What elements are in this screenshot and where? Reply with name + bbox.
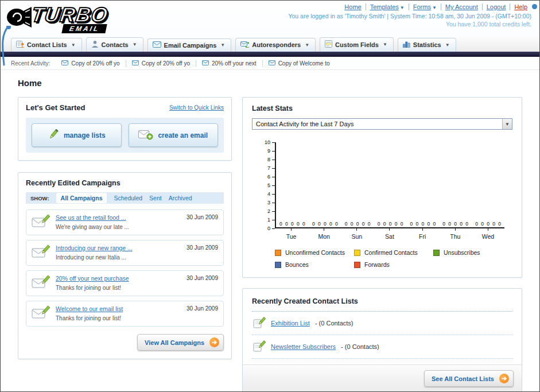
chart-category-group: 00000 <box>374 222 407 228</box>
chart-y-tick: 4 <box>267 191 275 197</box>
credits-text: You have 1,000 total credits left. <box>288 21 531 28</box>
chevron-down-icon: ▼ <box>445 42 450 48</box>
header-link-templates[interactable]: Templates▼ <box>366 3 409 10</box>
see-all-contact-lists-button[interactable]: See All Contact Lists ➔ <box>424 370 514 387</box>
chart-legend: Unconfirmed ContactsConfirmed ContactsUn… <box>275 249 512 268</box>
chart-y-tick: 1 <box>267 217 275 223</box>
logo-wordmark: TURBO <box>30 3 110 27</box>
campaign-title-link[interactable]: Introducing our new range ... <box>56 244 181 251</box>
recent-activity-item[interactable]: Copy of 20% off yo <box>56 60 125 67</box>
header: TURBO EMAIL Home Templates▼ Forms▼ My Ac… <box>1 1 539 36</box>
contact-list-count: - (0 Contacts) <box>315 320 353 327</box>
page-title: Home <box>18 78 522 88</box>
chart-category-group: 00000 <box>309 222 341 228</box>
nav-tab-contact-lists[interactable]: Contact Lists ▼ <box>11 38 82 52</box>
main-content: Home Let's Get Started Switch to Quick L… <box>1 70 539 392</box>
header-right: Home Templates▼ Forms▼ My Account Logout… <box>288 3 531 28</box>
legend-swatch <box>275 262 281 268</box>
campaign-list-item: Introducing our new range ... Introducin… <box>26 240 224 266</box>
campaign-title-link[interactable]: See us at the retail food ... <box>56 214 181 221</box>
legend-item: Bounces <box>275 261 354 268</box>
envelope-pencil-icon <box>32 274 50 292</box>
campaign-subtitle: We're giving away our late ... <box>56 224 129 230</box>
contact-lists-footer: See All Contact Lists ➔ <box>243 364 522 392</box>
header-link-my-account[interactable]: My Account <box>441 3 482 10</box>
header-link-forms[interactable]: Forms▼ <box>409 3 441 10</box>
campaign-title-link[interactable]: Welcome to our email list <box>56 305 181 312</box>
contact-list-count: - (0 Contacts) <box>341 343 379 350</box>
contact-lists-icon <box>16 41 24 49</box>
chart-y-tick: 5 <box>267 183 275 188</box>
recent-activity-label: Recent Activity: <box>11 60 50 67</box>
contact-list-link[interactable]: Newsletter Subscribers <box>271 343 336 350</box>
campaign-subtitle: Introducing our new Italia ... <box>56 254 126 261</box>
chart-x-label: Sun <box>340 228 373 240</box>
chevron-down-icon: ▼ <box>432 5 437 10</box>
pencil-note-icon <box>253 340 266 353</box>
campaign-subtitle: Thanks for joining our list! <box>56 285 121 291</box>
filter-scheduled[interactable]: Scheduled <box>114 195 142 201</box>
legend-swatch <box>354 250 360 256</box>
chevron-down-icon: ▼ <box>502 119 512 129</box>
envelope-plus-icon <box>138 129 153 142</box>
chart-x-label: Thu <box>439 228 472 240</box>
chart-category-group: 00000 <box>341 222 374 228</box>
manage-lists-button[interactable]: manage lists <box>32 123 122 147</box>
campaign-date: 30 Jun 2009 <box>187 305 218 312</box>
chart-category-group: 00000 <box>439 222 472 228</box>
pencil-note-icon <box>253 317 266 329</box>
create-an-email-button[interactable]: create an email <box>129 123 219 147</box>
chart-category-group: 00000 <box>406 222 439 228</box>
envelope-icon <box>61 60 68 67</box>
legend-swatch <box>275 250 281 256</box>
recent-campaigns-title: Recently Edited Campaigns <box>26 179 224 187</box>
legend-item: Unsubscribes <box>433 249 512 256</box>
campaign-list-item: Welcome to our email list Thanks for joi… <box>26 301 224 327</box>
view-all-campaigns-button[interactable]: View All Campaigns ➔ <box>137 334 224 351</box>
legend-item: Unconfirmed Contacts <box>275 249 354 256</box>
chart-y-axis: 109876543210 <box>257 142 275 228</box>
legend-swatch <box>354 262 360 268</box>
campaign-title-link[interactable]: 20% off your next purchase <box>56 275 181 282</box>
chart-x-label: Tue <box>275 228 308 240</box>
recent-activity-item[interactable]: 20% off your next <box>196 60 262 67</box>
nav-tab-autoresponders[interactable]: Autoresponders ▼ <box>235 38 316 52</box>
contact-list-item: Exhibition List - (0 Contacts) <box>252 312 512 335</box>
recent-activity-item[interactable]: Copy of 20% off yo <box>126 60 196 67</box>
recent-contact-lists-panel: Recently Created Contact Lists Exhibitio… <box>242 288 522 392</box>
campaign-list: See us at the retail food ... We're givi… <box>26 209 224 327</box>
stats-period-select[interactable]: Contact Activity for the Last 7 Days ▼ <box>252 118 512 130</box>
contact-list-link[interactable]: Exhibition List <box>271 320 310 327</box>
filter-sent[interactable]: Sent <box>149 195 162 201</box>
chart-x-label: Mon <box>308 228 340 240</box>
header-link-help[interactable]: Help <box>510 3 531 10</box>
envelope-pencil-icon <box>32 305 50 323</box>
header-nav: Home Templates▼ Forms▼ My Account Logout… <box>288 3 531 10</box>
chart-y-tick: 3 <box>267 200 275 205</box>
nav-tab-statistics[interactable]: Statistics ▼ <box>398 38 456 52</box>
filter-all-campaigns[interactable]: All Campaigns <box>56 193 107 203</box>
chevron-down-icon: ▼ <box>400 5 405 10</box>
recent-campaigns-panel: Recently Edited Campaigns SHOW: All Camp… <box>18 172 232 359</box>
switch-to-quick-links[interactable]: Switch to Quick Links <box>169 104 224 111</box>
envelope-pencil-icon <box>32 244 50 262</box>
show-label: SHOW: <box>30 195 49 201</box>
chart-y-tick: 9 <box>267 148 275 154</box>
header-link-logout[interactable]: Logout <box>482 3 510 10</box>
campaign-list-item: 20% off your next purchase Thanks for jo… <box>26 270 224 296</box>
nav-tab-custom-fields[interactable]: Custom Fields ▼ <box>320 37 394 52</box>
chart-y-tick: 7 <box>267 165 275 171</box>
nav-tab-contacts[interactable]: Contacts ▼ <box>86 37 143 52</box>
contacts-icon <box>91 40 99 49</box>
nav-divider-bar <box>1 52 539 57</box>
autoresponder-icon <box>240 41 249 49</box>
filter-archived[interactable]: Archived <box>169 195 192 201</box>
pencil-icon <box>48 129 59 142</box>
envelope-icon <box>269 60 275 67</box>
contact-list-item: Newsletter Subscribers - (0 Contacts) <box>252 335 512 359</box>
chart-x-label: Sat <box>373 228 406 240</box>
chart-y-tick: 0 <box>267 226 275 231</box>
recent-activity-item[interactable]: Copy of Welcome to <box>262 60 336 67</box>
nav-tab-email-campaigns[interactable]: Email Campaigns ▼ <box>147 38 232 52</box>
header-link-home[interactable]: Home <box>340 3 365 10</box>
